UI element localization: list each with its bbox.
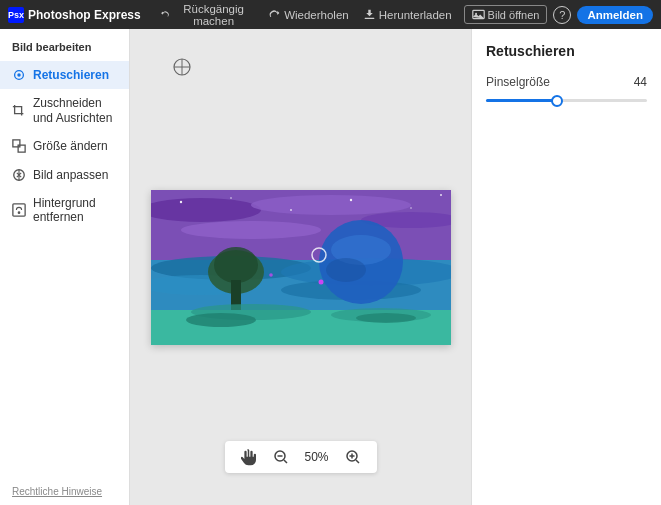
svg-point-40 bbox=[356, 313, 416, 323]
sidebar-item-resize-label: Größe ändern bbox=[33, 139, 108, 153]
redo-icon bbox=[268, 8, 281, 21]
crop-icon bbox=[12, 104, 26, 118]
image-canvas[interactable] bbox=[151, 190, 451, 345]
hand-icon bbox=[241, 448, 259, 466]
sidebar-item-background-label: Hintergrund entfernen bbox=[33, 196, 117, 225]
redo-label: Wiederholen bbox=[284, 9, 349, 21]
brush-size-value: 44 bbox=[634, 75, 647, 89]
sidebar-item-retouch[interactable]: Retuschieren bbox=[0, 61, 129, 89]
svg-point-9 bbox=[18, 212, 21, 215]
sidebar-item-background[interactable]: Hintergrund entfernen bbox=[0, 189, 129, 232]
app-logo: Psx Photoshop Express bbox=[8, 7, 148, 23]
open-label: Bild öffnen bbox=[488, 9, 540, 21]
canvas-crosshair bbox=[172, 57, 192, 77]
sidebar-footer: Rechtliche Hinweise bbox=[0, 478, 129, 505]
svg-rect-8 bbox=[13, 204, 25, 216]
signin-button[interactable]: Anmelden bbox=[577, 6, 653, 24]
svg-point-42 bbox=[269, 273, 273, 277]
adjust-icon bbox=[12, 168, 26, 182]
retouch-icon bbox=[12, 68, 26, 82]
sidebar-item-adjust-label: Bild anpassen bbox=[33, 168, 108, 182]
undo-icon bbox=[160, 8, 170, 21]
zoom-in-button[interactable] bbox=[343, 447, 363, 467]
background-icon bbox=[12, 203, 26, 217]
undo-label: Rückgängig machen bbox=[173, 3, 254, 27]
help-button[interactable]: ? bbox=[553, 6, 571, 24]
canvas-toolbar: 50% bbox=[225, 441, 377, 473]
svg-point-33 bbox=[214, 247, 258, 283]
svg-point-21 bbox=[349, 198, 351, 200]
right-panel: Retuschieren Pinselgröße 44 bbox=[471, 29, 661, 505]
image-container bbox=[151, 190, 451, 345]
topbar-actions: Rückgängig machen Wiederholen Herunterla… bbox=[154, 1, 458, 29]
brush-size-slider[interactable] bbox=[486, 99, 647, 102]
svg-point-22 bbox=[410, 207, 412, 209]
crosshair-icon bbox=[172, 57, 192, 77]
svg-point-39 bbox=[186, 313, 256, 327]
svg-rect-5 bbox=[13, 140, 20, 147]
brush-size-row: Pinselgröße 44 bbox=[486, 75, 647, 89]
redo-button[interactable]: Wiederholen bbox=[262, 6, 355, 23]
canvas-area: 50% bbox=[130, 29, 471, 505]
main-layout: Bild bearbeiten Retuschieren Zuschneiden… bbox=[0, 29, 661, 505]
image-icon bbox=[472, 8, 485, 21]
svg-point-17 bbox=[181, 221, 321, 239]
svg-point-20 bbox=[290, 209, 292, 211]
panel-title: Retuschieren bbox=[486, 43, 647, 59]
open-image-button[interactable]: Bild öffnen bbox=[464, 5, 548, 24]
sidebar-item-retouch-label: Retuschieren bbox=[33, 68, 109, 82]
download-button[interactable]: Herunterladen bbox=[357, 6, 458, 23]
legal-link[interactable]: Rechtliche Hinweise bbox=[12, 486, 102, 497]
sidebar-item-crop-label: Zuschneiden und Ausrichten bbox=[33, 96, 117, 125]
resize-icon bbox=[12, 139, 26, 153]
signin-label: Anmelden bbox=[587, 9, 643, 21]
svg-point-15 bbox=[251, 195, 411, 215]
hand-tool-button[interactable] bbox=[239, 446, 261, 468]
topbar-right: Bild öffnen ? Anmelden bbox=[464, 5, 653, 24]
svg-point-31 bbox=[326, 258, 366, 282]
svg-point-23 bbox=[440, 194, 442, 196]
svg-line-49 bbox=[356, 460, 359, 463]
app-name: Photoshop Express bbox=[28, 8, 141, 22]
download-icon bbox=[363, 8, 376, 21]
ps-icon: Psx bbox=[8, 7, 24, 23]
svg-point-19 bbox=[230, 197, 232, 199]
zoom-in-icon bbox=[345, 449, 361, 465]
svg-point-41 bbox=[318, 279, 323, 284]
sidebar: Bild bearbeiten Retuschieren Zuschneiden… bbox=[0, 29, 130, 505]
sidebar-item-adjust[interactable]: Bild anpassen bbox=[0, 161, 129, 189]
download-label: Herunterladen bbox=[379, 9, 452, 21]
sidebar-item-crop[interactable]: Zuschneiden und Ausrichten bbox=[0, 89, 129, 132]
sidebar-title: Bild bearbeiten bbox=[0, 37, 129, 61]
sidebar-item-resize[interactable]: Größe ändern bbox=[0, 132, 129, 160]
svg-line-45 bbox=[284, 460, 287, 463]
brush-size-fill bbox=[486, 99, 557, 102]
zoom-out-icon bbox=[273, 449, 289, 465]
brush-size-label: Pinselgröße bbox=[486, 75, 550, 89]
brush-size-thumb[interactable] bbox=[551, 95, 563, 107]
topbar: Psx Photoshop Express Rückgängig machen … bbox=[0, 0, 661, 29]
zoom-level: 50% bbox=[301, 450, 333, 464]
svg-point-4 bbox=[17, 73, 21, 77]
svg-rect-0 bbox=[364, 18, 374, 19]
svg-rect-6 bbox=[18, 145, 25, 152]
zoom-out-button[interactable] bbox=[271, 447, 291, 467]
svg-point-18 bbox=[179, 200, 181, 202]
undo-button[interactable]: Rückgängig machen bbox=[154, 1, 260, 29]
